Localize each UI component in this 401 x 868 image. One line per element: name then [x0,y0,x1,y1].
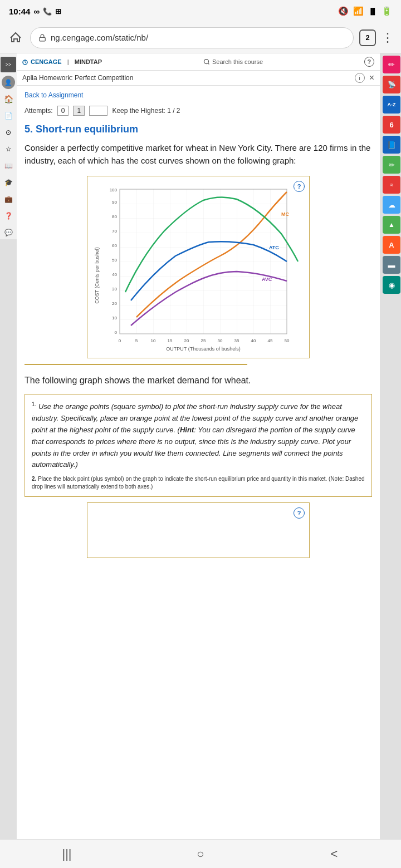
gdrive-icon[interactable]: ▲ [383,216,400,234]
book-icon[interactable]: 📖 [2,159,15,172]
az-icon[interactable]: A-Z [383,96,400,114]
circle-icon[interactable]: ⊙ [2,126,15,139]
svg-text:OUTPUT (Thousands of bushels): OUTPUT (Thousands of bushels) [166,346,240,352]
back-to-assignment-link[interactable]: Back to Assignment [25,91,372,99]
status-left: 10:44 ∞ 📞 ⊞ [9,7,61,16]
svg-text:0: 0 [119,338,121,343]
keep-highest-label: Keep the Highest: 1 / 2 [112,107,180,115]
cost-chart: COST (Cents per bushel) 0 10 20 30 40 50… [92,181,304,353]
assignment-title: Aplia Homework: Perfect Competition [22,74,133,82]
info-icon[interactable]: i [355,73,365,83]
chat-icon[interactable]: 💬 [2,226,15,239]
second-chart-placeholder: ? [87,502,310,558]
briefcase-icon[interactable]: 💼 [2,193,15,206]
bottom-nav: ||| ○ < [0,839,401,868]
signal-right-icon[interactable]: ≋ [383,176,400,194]
page-icon[interactable]: 📄 [2,109,15,122]
svg-text:0: 0 [115,330,118,335]
assignment-header: Aplia Homework: Perfect Competition i × [17,71,380,86]
instruction-text: Use the orange points (square symbol) to… [32,402,358,468]
attempts-label: Attempts: [25,107,53,115]
tab-count[interactable]: 2 [359,29,376,46]
chart-separator [25,364,247,365]
home-button[interactable] [7,29,25,47]
svg-text:20: 20 [112,301,117,306]
search-area[interactable]: Search this course [203,58,263,65]
url-bar[interactable]: ng.cengage.com/static/nb/ [30,27,354,48]
home-nav-button[interactable]: ○ [184,843,217,865]
hint-label: Hint [180,426,194,434]
second-chart-help-icon[interactable]: ? [294,507,305,519]
attempt-box-1: 1 [73,106,85,116]
attempts-row: Attempts: 0 1 Keep the Highest: 1 / 2 [25,106,372,116]
expand-button[interactable]: >> [1,57,16,72]
star-icon[interactable]: ☆ [2,142,15,156]
search-icon [203,58,210,65]
close-icon[interactable]: × [369,73,374,83]
svg-text:COST (Cents per bushel): COST (Cents per bushel) [94,247,100,303]
url-text: ng.cengage.com/static/nb/ [51,33,148,42]
svg-text:80: 80 [112,214,117,219]
svg-text:15: 15 [168,338,173,343]
attempt-box-0: 0 [57,106,69,116]
instruction-number: 1. [32,401,36,407]
recent-apps-button[interactable]: ||| [50,843,84,865]
svg-text:60: 60 [112,243,117,248]
svg-text:30: 30 [112,287,117,292]
a-icon[interactable]: A [383,236,400,254]
attempt-box-empty [89,106,107,116]
user-icon[interactable]: 👤 [2,76,15,89]
cap-icon[interactable]: 🎓 [2,176,15,189]
wifi-icon: 📶 [353,6,364,16]
brand: CENGAGE | MINDTAP [22,58,102,65]
assignment-icons: i × [355,73,374,83]
chart-help-icon[interactable]: ? [294,181,305,192]
svg-text:AVC: AVC [262,277,272,282]
sidebar-left: >> 👤 🏠 📄 ⊙ ☆ 📖 🎓 💼 ❓ 💬 [0,53,17,239]
cloud-icon[interactable]: ☁ [383,196,400,214]
svg-text:50: 50 [285,338,290,343]
following-text: The following graph shows the market dem… [25,374,372,387]
svg-text:40: 40 [251,338,256,343]
six-icon[interactable]: 6 [383,116,400,134]
mindtap-label: MINDTAP [75,58,102,65]
cengage-icon [22,60,28,65]
svg-text:30: 30 [218,338,223,343]
help-sidebar-icon[interactable]: ❓ [2,209,15,223]
svg-text:35: 35 [234,338,239,343]
pencil-icon[interactable]: ✏ [383,56,400,73]
mute-icon: 🔇 [338,6,349,16]
grid-icon: ⊞ [55,7,61,16]
home-sidebar-icon[interactable]: 🏠 [2,92,15,106]
edit-icon[interactable]: ✏ [383,156,400,174]
search-label: Search this course [212,58,263,65]
content-body: Back to Assignment Attempts: 0 1 Keep th… [17,86,380,564]
instruction-note-2: 2. Place the black point (plus symbol) o… [32,475,365,491]
browser-menu[interactable]: ⋮ [382,31,394,45]
question-title: 5. Short-run equilibrium [25,124,372,135]
svg-text:90: 90 [112,200,117,205]
svg-text:50: 50 [112,258,117,263]
svg-text:20: 20 [184,338,189,343]
help-button[interactable]: ? [364,57,374,67]
circle-right-icon[interactable]: ◉ [383,276,400,294]
cengage-logo: CENGAGE [22,58,62,65]
svg-text:45: 45 [268,338,273,343]
status-right: 🔇 📶 ▐▌ 🔋 [338,6,392,16]
back-nav-button[interactable]: < [317,843,351,865]
top-nav: CENGAGE | MINDTAP Search this course ? [17,53,380,71]
notes-icon[interactable]: ▬ [383,256,400,274]
svg-rect-0 [40,37,46,41]
lock-icon [38,34,46,42]
time-display: 10:44 [9,7,30,16]
call-icon: 📞 [43,7,52,16]
svg-text:10: 10 [112,315,117,320]
instruction-item-1: 1. Use the orange points (square symbol)… [32,400,365,471]
svg-text:25: 25 [201,338,206,343]
book-right-icon[interactable]: 📘 [383,136,400,154]
status-bar: 10:44 ∞ 📞 ⊞ 🔇 📶 ▐▌ 🔋 [0,0,401,22]
svg-point-2 [204,60,208,64]
question-text: Consider a perfectly competitive market … [25,142,372,167]
rss-icon[interactable]: 📡 [383,76,400,93]
infinite-icon: ∞ [33,7,40,16]
